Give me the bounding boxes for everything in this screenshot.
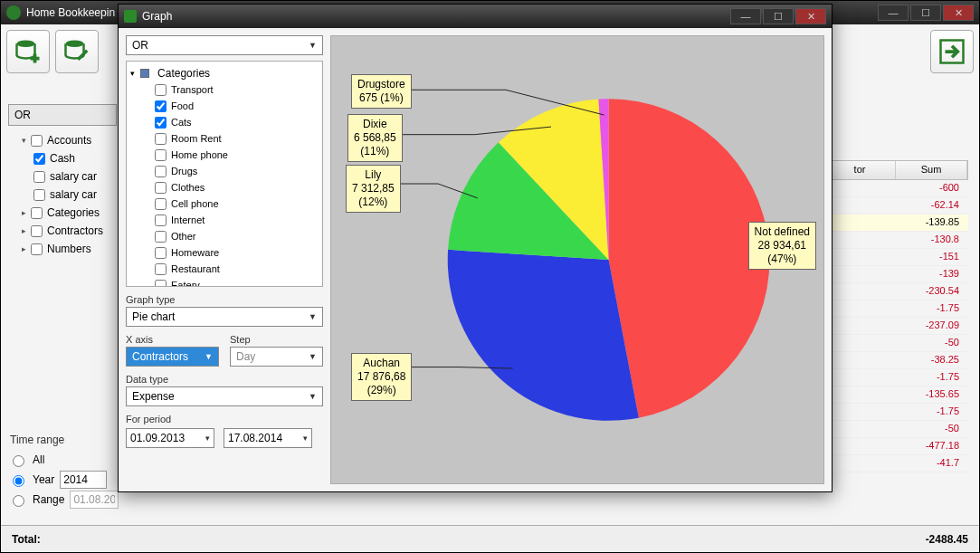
chart-canvas: Not defined28 934,61(47%) Auchan17 876,6…	[330, 35, 824, 484]
category-item[interactable]: Food	[130, 98, 319, 114]
year-select[interactable]	[60, 471, 107, 489]
tree-salary1[interactable]: salary car	[8, 167, 117, 186]
xaxis-select[interactable]: Contractors▼	[126, 347, 219, 367]
col-sum[interactable]: Sum	[896, 161, 967, 179]
table-row[interactable]: n-600	[823, 180, 968, 197]
table-row[interactable]: n-41.7	[823, 455, 968, 472]
category-checkbox[interactable]	[155, 198, 167, 210]
category-checkbox[interactable]	[155, 100, 167, 112]
table-row[interactable]: n-38.25	[823, 352, 968, 369]
category-checkbox[interactable]	[155, 117, 167, 129]
mixed-check-icon	[140, 69, 149, 78]
graph-or-select[interactable]: OR▼	[126, 35, 323, 55]
export-arrow-icon	[938, 38, 966, 65]
category-checkbox[interactable]	[155, 263, 167, 275]
categories-checkbox[interactable]	[31, 207, 43, 219]
graph-minimize-button[interactable]: —	[730, 8, 761, 24]
add-record-button[interactable]	[6, 30, 50, 73]
tree-accounts[interactable]: ▾Accounts	[8, 131, 117, 149]
category-item[interactable]: Other	[130, 228, 319, 244]
table-row[interactable]: n-1.75	[823, 369, 968, 386]
table-row[interactable]: n-139	[823, 266, 968, 283]
filter-mode-select[interactable]: OR	[8, 104, 117, 126]
category-list[interactable]: ▾ Categories Transport Food Cats Room Re…	[126, 61, 323, 287]
table-row[interactable]: n-1.75	[823, 300, 968, 318]
category-checkbox[interactable]	[155, 247, 167, 259]
table-row[interactable]: n-62.14	[823, 197, 968, 215]
tree-contractors[interactable]: ▸Contractors	[8, 222, 117, 240]
table-row[interactable]: n-1.75	[823, 404, 968, 421]
close-button[interactable]: ✕	[943, 5, 974, 21]
step-select[interactable]: Day▼	[230, 347, 323, 367]
category-item[interactable]: Transport	[130, 81, 319, 98]
date-to-input[interactable]: 17.08.2014▾	[224, 428, 312, 448]
pie-slice-not-defined[interactable]	[609, 99, 770, 418]
graph-controls: OR▼ ▾ Categories Transport Food Cats Roo…	[126, 35, 323, 484]
table-row[interactable]: n-50	[823, 335, 968, 352]
graph-titlebar[interactable]: Graph — ☐ ✕	[119, 5, 832, 28]
salary1-checkbox[interactable]	[33, 171, 45, 183]
datatype-select[interactable]: Expense▼	[126, 386, 323, 406]
tr-all-radio[interactable]	[13, 455, 24, 467]
category-item[interactable]: Homeware	[130, 244, 319, 261]
table-header: tor Sum	[823, 160, 968, 180]
table-row[interactable]: n-151	[823, 249, 968, 266]
category-checkbox[interactable]	[155, 133, 167, 145]
tree-categories[interactable]: ▸Categories	[8, 204, 117, 222]
table-row[interactable]: n-230.54	[823, 283, 968, 300]
cash-checkbox[interactable]	[33, 153, 45, 165]
category-checkbox[interactable]	[155, 182, 167, 194]
chevron-down-icon: ▼	[205, 352, 213, 361]
total-bar: Total: -2488.45	[1, 525, 979, 552]
database-add-icon	[14, 38, 42, 65]
chevron-down-icon: ▼	[309, 41, 317, 50]
callout-auchan: Auchan17 876,68(29%)	[351, 353, 412, 401]
category-root[interactable]: ▾ Categories	[130, 65, 319, 81]
graph-close-button[interactable]: ✕	[795, 8, 826, 24]
export-button[interactable]	[930, 30, 974, 73]
tr-range-radio[interactable]	[13, 495, 24, 507]
category-checkbox[interactable]	[155, 84, 167, 96]
graph-maximize-button[interactable]: ☐	[763, 8, 794, 24]
table-row[interactable]: n-139.85	[823, 215, 968, 232]
contractors-checkbox[interactable]	[31, 225, 43, 237]
data-table: tor Sum n-600n-62.14n-139.85n-130.8n-151…	[823, 160, 968, 472]
category-item[interactable]: Cats	[130, 114, 319, 130]
category-item[interactable]: Restaurant	[130, 261, 319, 277]
maximize-button[interactable]: ☐	[910, 5, 941, 21]
date-from-input[interactable]: 01.09.2013▾	[126, 428, 214, 448]
callout-notdefined: Not defined28 934,61(47%)	[748, 222, 816, 270]
category-checkbox[interactable]	[155, 166, 167, 177]
category-checkbox[interactable]	[155, 149, 167, 161]
tree-cash[interactable]: Cash	[8, 149, 117, 167]
category-item[interactable]: Room Rent	[130, 130, 319, 147]
graph-type-select[interactable]: Pie chart▼	[126, 307, 323, 327]
category-checkbox[interactable]	[155, 231, 167, 243]
col-tor[interactable]: tor	[824, 161, 896, 179]
edit-record-button[interactable]	[55, 30, 99, 73]
minimize-button[interactable]: —	[878, 5, 909, 21]
table-row[interactable]: n-477.18	[823, 438, 968, 455]
table-row[interactable]: n-130.8	[823, 232, 968, 249]
category-item[interactable]: Drugs	[130, 163, 319, 179]
pie-slice-auchan[interactable]	[448, 250, 639, 421]
table-row[interactable]: n-135.65	[823, 386, 968, 404]
table-row[interactable]: n-237.09	[823, 318, 968, 335]
tr-year-radio[interactable]	[13, 475, 24, 487]
category-item[interactable]: Clothes	[130, 179, 319, 195]
category-item[interactable]: Internet	[130, 212, 319, 228]
table-row[interactable]: n-50	[823, 421, 968, 438]
category-item[interactable]: Home phone	[130, 147, 319, 163]
time-range-label: Time range	[8, 430, 117, 450]
category-checkbox[interactable]	[155, 280, 167, 288]
accounts-checkbox[interactable]	[31, 135, 43, 147]
numbers-checkbox[interactable]	[31, 243, 43, 255]
tree-salary2[interactable]: salary car	[8, 186, 117, 204]
datatype-label: Data type	[126, 374, 323, 385]
category-item[interactable]: Cell phone	[130, 195, 319, 212]
range-from-input[interactable]	[70, 491, 119, 509]
category-item[interactable]: Eatery	[130, 277, 319, 287]
tree-numbers[interactable]: ▸Numbers	[8, 240, 117, 258]
category-checkbox[interactable]	[155, 215, 167, 226]
salary2-checkbox[interactable]	[33, 189, 45, 201]
